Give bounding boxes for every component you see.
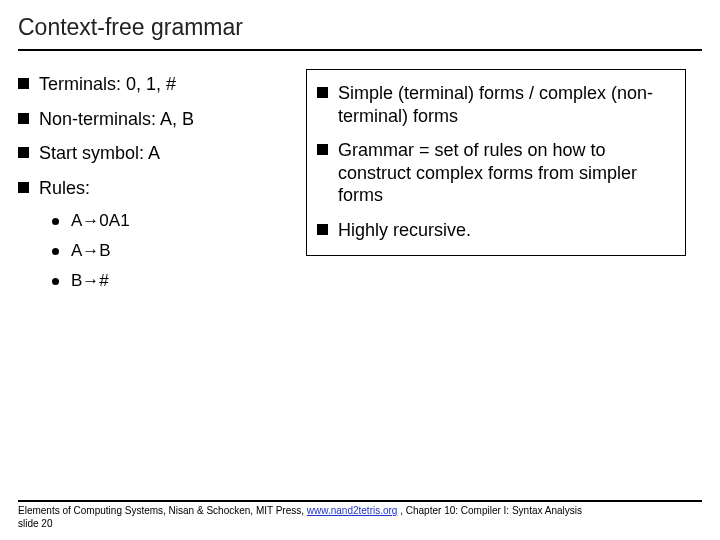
terminals-text: Terminals: 0, 1, # <box>39 73 176 96</box>
bullet-terminals: Terminals: 0, 1, # <box>18 73 298 96</box>
rule-2: A→B <box>52 241 298 261</box>
footer-prefix: Elements of Computing Systems, Nisan & S… <box>18 505 307 516</box>
square-bullet-icon <box>18 78 29 89</box>
bullet-recursive: Highly recursive. <box>317 219 675 242</box>
square-bullet-icon <box>18 147 29 158</box>
rule-1: A→0A1 <box>52 211 298 231</box>
nonterminals-text: Non-terminals: A, B <box>39 108 194 131</box>
bullet-nonterminals: Non-terminals: A, B <box>18 108 298 131</box>
dot-bullet-icon <box>52 218 59 225</box>
dot-bullet-icon <box>52 248 59 255</box>
square-bullet-icon <box>18 182 29 193</box>
recursive-text: Highly recursive. <box>338 219 471 242</box>
summary-box: Simple (terminal) forms / complex (non-t… <box>306 69 686 256</box>
footer-suffix: , Chapter 10: Compiler I: Syntax Analysi… <box>397 505 582 516</box>
rules-label: Rules: <box>39 177 90 200</box>
square-bullet-icon <box>317 144 328 155</box>
start-symbol-text: Start symbol: A <box>39 142 160 165</box>
dot-bullet-icon <box>52 278 59 285</box>
rule-1-text: A→0A1 <box>71 211 130 231</box>
square-bullet-icon <box>18 113 29 124</box>
title-divider <box>18 49 702 51</box>
rules-list: A→0A1 A→B B→# <box>52 211 298 291</box>
bullet-grammar-def: Grammar = set of rules on how to constru… <box>317 139 675 207</box>
rule-3: B→# <box>52 271 298 291</box>
square-bullet-icon <box>317 87 328 98</box>
rule-3-text: B→# <box>71 271 109 291</box>
square-bullet-icon <box>317 224 328 235</box>
simple-complex-text: Simple (terminal) forms / complex (non-t… <box>338 82 675 127</box>
page-title: Context-free grammar <box>18 14 702 47</box>
bullet-rules: Rules: <box>18 177 298 200</box>
bullet-simple-complex: Simple (terminal) forms / complex (non-t… <box>317 82 675 127</box>
grammar-def-text: Grammar = set of rules on how to constru… <box>338 139 675 207</box>
footer: Elements of Computing Systems, Nisan & S… <box>18 500 702 530</box>
left-column: Terminals: 0, 1, # Non-terminals: A, B S… <box>18 69 298 301</box>
rule-2-text: A→B <box>71 241 111 261</box>
bullet-start-symbol: Start symbol: A <box>18 142 298 165</box>
right-column: Simple (terminal) forms / complex (non-t… <box>306 69 686 301</box>
footer-link[interactable]: www.nand2tetris.org <box>307 505 398 516</box>
slide: Context-free grammar Terminals: 0, 1, # … <box>0 0 720 540</box>
slide-number: slide 20 <box>18 518 52 529</box>
content-columns: Terminals: 0, 1, # Non-terminals: A, B S… <box>18 69 702 301</box>
